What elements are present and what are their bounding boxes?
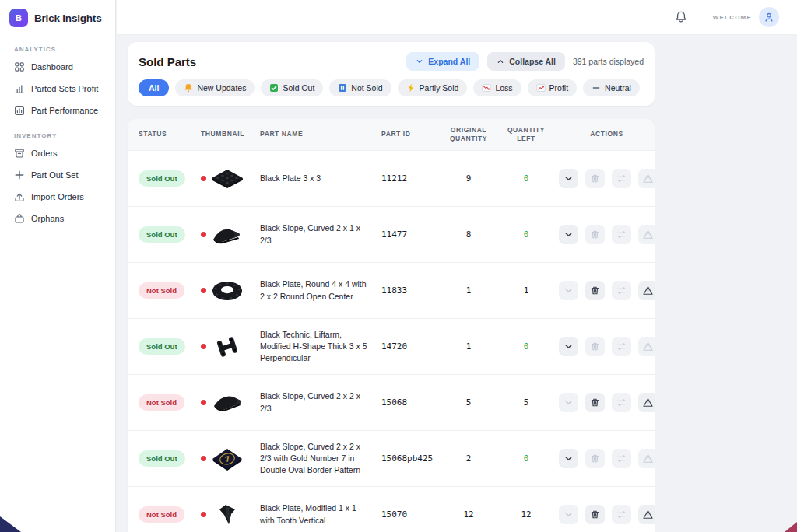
chevron-up-icon <box>497 58 504 65</box>
part-id: 15068 <box>381 397 444 408</box>
expand-row-button[interactable] <box>559 225 578 244</box>
chevron-down-icon <box>564 173 574 184</box>
expand-row-button[interactable] <box>559 337 578 356</box>
original-quantity: 1 <box>444 341 493 352</box>
user-avatar[interactable] <box>759 7 779 27</box>
check-square-icon <box>269 83 279 93</box>
warning-button[interactable] <box>638 505 655 524</box>
quantity-left: 0 <box>493 341 559 352</box>
original-quantity: 5 <box>444 397 493 408</box>
filter-chip-new-updates[interactable]: New Updates <box>175 79 255 96</box>
section-label-analytics: ANALYTICS <box>0 46 115 56</box>
filter-chip-profit[interactable]: Profit <box>528 79 578 96</box>
sidebar-item-import-orders[interactable]: Import Orders <box>0 186 115 208</box>
chart-down-icon <box>482 83 491 93</box>
archive-box-icon <box>14 148 25 159</box>
quantity-left: 1 <box>493 285 559 296</box>
sidebar-item-parted-sets-profit[interactable]: Parted Sets Profit <box>0 78 115 100</box>
lightning-icon <box>406 83 416 93</box>
part-thumbnail-tooth-plate <box>209 503 245 527</box>
filter-chip-sold-out[interactable]: Sold Out <box>261 79 323 96</box>
warning-triangle-icon <box>643 229 653 240</box>
swap-arrows-icon <box>616 285 627 296</box>
notifications-bell-icon[interactable] <box>674 10 688 24</box>
delete-row-button <box>585 337 605 356</box>
quantity-left: 0 <box>493 453 559 464</box>
column-header-part-name: PART NAME <box>260 130 381 138</box>
page-title: Sold Parts <box>139 55 196 68</box>
trash-icon <box>590 397 600 408</box>
warning-button[interactable] <box>638 281 655 300</box>
table-row: Not Sold Black Slope, Curved 2 x 2 x 2/3… <box>128 374 655 430</box>
filter-chip-neutral[interactable]: Neutral <box>583 79 640 96</box>
warning-button <box>638 225 655 244</box>
original-quantity: 8 <box>444 229 493 240</box>
warning-triangle-icon <box>643 173 653 184</box>
app-logo[interactable]: B Brick Insights <box>0 0 115 35</box>
sidebar-item-label: Orders <box>31 149 58 158</box>
filter-chip-not-sold[interactable]: Not Sold <box>329 79 391 96</box>
transfer-button <box>612 393 631 412</box>
delete-row-button[interactable] <box>585 281 605 300</box>
original-quantity: 12 <box>444 509 493 520</box>
expand-row-button <box>559 393 578 412</box>
delete-row-button[interactable] <box>585 393 605 412</box>
table-row: Not Sold Black Plate, Modified 1 x 1 wit… <box>128 486 655 532</box>
filter-chip-loss[interactable]: Loss <box>473 79 521 96</box>
briefcase-icon <box>14 213 25 224</box>
part-name: Black Slope, Curved 2 x 2 x 2/3 with Gol… <box>260 441 381 477</box>
status-badge: Not Sold <box>139 394 184 411</box>
expand-row-button[interactable] <box>559 169 578 188</box>
status-dot-icon <box>201 288 206 293</box>
plus-icon <box>14 170 25 180</box>
part-id: 15070 <box>381 509 444 520</box>
sidebar-item-label: Parted Sets Profit <box>31 84 98 93</box>
column-header-thumbnail: THUMBNAIL <box>201 130 260 138</box>
status-dot-icon <box>201 344 206 349</box>
sidebar-item-orphans[interactable]: Orphans <box>0 208 115 229</box>
sidebar-item-dashboard[interactable]: Dashboard <box>0 56 115 78</box>
sidebar-item-label: Orphans <box>31 214 64 223</box>
expand-row-button[interactable] <box>559 449 578 468</box>
warning-triangle-icon <box>643 285 653 296</box>
filter-chip-all[interactable]: All <box>139 79 169 96</box>
user-icon <box>764 12 774 23</box>
sidebar-item-part-out-set[interactable]: Part Out Set <box>0 164 115 186</box>
status-badge: Not Sold <box>139 506 184 523</box>
part-name: Black Plate 3 x 3 <box>260 173 381 184</box>
warning-triangle-icon <box>643 509 653 520</box>
warning-button <box>638 169 655 188</box>
sidebar: B Brick Insights ANALYTICS Dashboard Par… <box>0 0 116 532</box>
sidebar-section-inventory: INVENTORY Orders Part Out Set Import Ord… <box>0 132 115 229</box>
original-quantity: 9 <box>444 173 493 184</box>
bell-icon <box>184 83 193 93</box>
part-name: Black Plate, Round 4 x 4 with 2 x 2 Roun… <box>260 278 381 302</box>
status-badge: Not Sold <box>139 282 184 299</box>
welcome-label: WELCOME <box>713 14 752 21</box>
pause-square-icon <box>338 83 347 93</box>
trash-icon <box>590 173 600 184</box>
warning-triangle-icon <box>643 341 653 352</box>
warning-button[interactable] <box>638 393 655 412</box>
trash-icon <box>590 229 600 240</box>
original-quantity: 2 <box>444 453 493 464</box>
quantity-left: 5 <box>493 397 559 408</box>
expand-row-button <box>559 505 578 524</box>
chevron-down-icon <box>564 397 574 408</box>
column-header-status: STATUS <box>128 130 201 138</box>
expand-all-button[interactable]: Expand All <box>406 52 479 71</box>
delete-row-button <box>585 169 605 188</box>
collapse-all-button[interactable]: Collapse All <box>487 52 565 71</box>
swap-arrows-icon <box>616 173 627 184</box>
dashboard-grid-icon <box>14 61 25 72</box>
part-thumbnail-slope-curved-2x1 <box>209 223 245 247</box>
transfer-button <box>612 169 631 188</box>
app-title: Brick Insights <box>34 12 101 24</box>
status-badge: Sold Out <box>139 450 185 467</box>
filter-chip-partly-sold[interactable]: Partly Sold <box>398 79 468 96</box>
sidebar-item-orders[interactable]: Orders <box>0 142 115 164</box>
sidebar-item-part-performance[interactable]: Part Performance <box>0 100 115 121</box>
table-row: Sold Out Black Slope, Curved 2 x 2 x 2/3… <box>128 430 655 486</box>
warning-button <box>638 337 655 356</box>
delete-row-button[interactable] <box>585 505 605 524</box>
